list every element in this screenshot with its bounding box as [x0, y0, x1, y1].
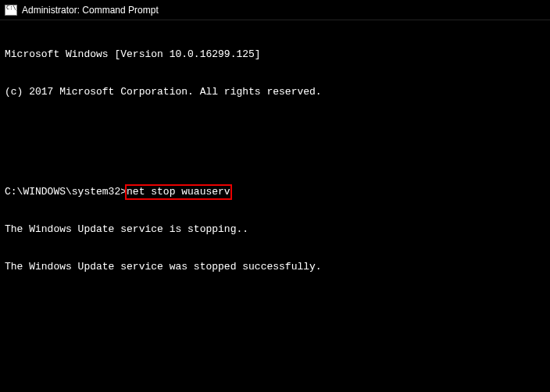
version-line: Microsoft Windows [Version 10.0.16299.12…: [5, 48, 545, 61]
copyright-line: (c) 2017 Microsoft Corporation. All righ…: [5, 86, 545, 98]
output-line: The Windows Update service is stopping..: [5, 223, 545, 236]
terminal-body[interactable]: Microsoft Windows [Version 10.0.16299.12…: [0, 20, 550, 392]
window-titlebar[interactable]: Administrator: Command Prompt: [0, 0, 550, 20]
blank-line: [5, 298, 545, 311]
cmd-icon: [5, 5, 17, 16]
command-text: net stop wuauserv: [127, 186, 230, 198]
blank-line: [5, 123, 545, 136]
command-line: C:\WINDOWS\system32>net stop wuauserv: [5, 186, 545, 198]
prompt: C:\WINDOWS\system32>: [5, 186, 127, 198]
output-line: The Windows Update service was stopped s…: [5, 261, 545, 273]
command-highlight: net stop wuauserv: [125, 184, 232, 200]
blank-line: [5, 336, 545, 348]
window-title: Administrator: Command Prompt: [22, 5, 159, 16]
